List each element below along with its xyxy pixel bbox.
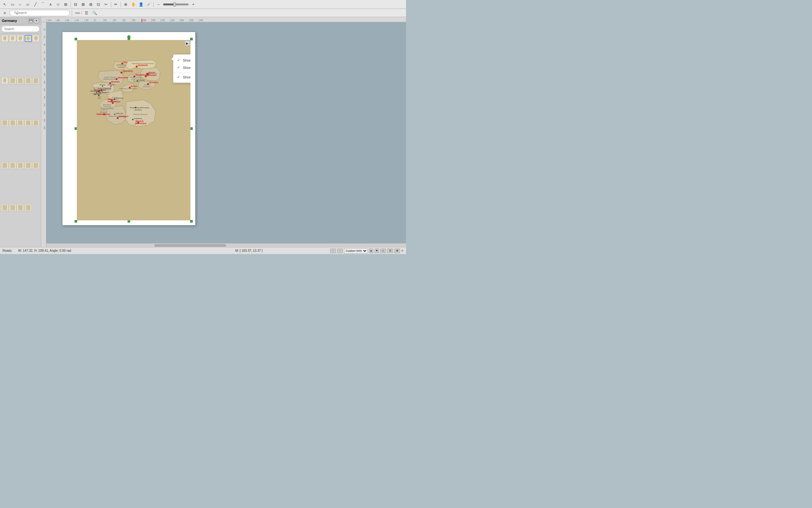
hamburger-menu[interactable]: ≡ bbox=[1, 9, 8, 16]
canvas-content: Schleswig- Holstein Mecklenburg-Vorpomme… bbox=[46, 22, 406, 247]
thumbnail-19[interactable] bbox=[25, 162, 32, 169]
node-tool[interactable]: ⊹ bbox=[55, 1, 61, 8]
page-next-btn[interactable]: › bbox=[337, 249, 343, 253]
thumbnail-11[interactable] bbox=[1, 119, 8, 126]
selection-handle-br[interactable] bbox=[190, 220, 193, 222]
thumbnail-10[interactable] bbox=[32, 77, 39, 84]
ellipse-tool[interactable]: ○ bbox=[16, 1, 24, 8]
thumbnail-20[interactable] bbox=[32, 162, 39, 169]
thumbnail-1[interactable] bbox=[1, 35, 8, 42]
search-box bbox=[0, 25, 41, 34]
secondary-toolbar: ≡ 🔍 mm ☰ 🔍 bbox=[0, 9, 406, 17]
group-tool[interactable]: ⊟ bbox=[72, 1, 79, 8]
polygon-tool[interactable]: ▱ bbox=[24, 1, 31, 8]
thumbnail-7[interactable] bbox=[9, 77, 16, 84]
thumbnail-4[interactable] bbox=[25, 35, 32, 42]
rotation-handle[interactable] bbox=[127, 35, 131, 38]
toolbar-separator-3 bbox=[121, 2, 121, 7]
user-tool[interactable]: 👤 bbox=[137, 1, 144, 8]
svg-text:Kiel: Kiel bbox=[124, 61, 128, 64]
svg-point-45 bbox=[147, 83, 149, 85]
selection-handle-bl[interactable] bbox=[75, 220, 77, 222]
search-btn[interactable]: 🔍 bbox=[91, 9, 98, 16]
ruler-mark: 20 bbox=[103, 19, 113, 22]
thumbnail-23[interactable] bbox=[17, 204, 24, 211]
selection-handle-tr[interactable] bbox=[190, 38, 193, 40]
thumbnail-3[interactable] bbox=[17, 35, 24, 42]
table-tool[interactable]: ⊞ bbox=[87, 1, 94, 8]
menu-item-show-names[interactable]: ✓ Show names of federal states bbox=[173, 64, 190, 71]
zoom-out-button[interactable]: − bbox=[155, 1, 162, 8]
svg-text:Nürnberg: Nürnberg bbox=[134, 109, 141, 111]
arc-tool[interactable]: ⌒ bbox=[39, 1, 46, 8]
thumbnail-8[interactable] bbox=[17, 77, 24, 84]
view-full-btn[interactable]: ⊞ bbox=[394, 249, 400, 253]
frame-tool[interactable]: ⊠ bbox=[80, 1, 87, 8]
zoom-stepper-down[interactable]: ▼ bbox=[374, 249, 379, 253]
panel-save-btn[interactable]: 💾 bbox=[28, 18, 33, 23]
trim-tool[interactable]: ✂ bbox=[102, 1, 109, 8]
thumbnail-15[interactable] bbox=[32, 119, 39, 126]
select-area-tool[interactable]: ⊡ bbox=[95, 1, 102, 8]
thumbnail-18[interactable] bbox=[17, 162, 24, 169]
thumbnail-5[interactable] bbox=[32, 35, 39, 42]
svg-text:Dresden: Dresden bbox=[149, 81, 159, 84]
thumbnail-6[interactable] bbox=[1, 77, 8, 84]
zoom-stepper-up[interactable]: ▲ bbox=[369, 249, 373, 253]
ruler-mark: 260 bbox=[180, 19, 189, 22]
zoom-slider-handle[interactable] bbox=[173, 2, 176, 7]
pan-tool[interactable]: ✋ bbox=[130, 1, 137, 8]
h-scrollbar[interactable] bbox=[46, 243, 406, 247]
svg-text:Holstein: Holstein bbox=[118, 66, 125, 68]
thumbnail-14[interactable] bbox=[25, 119, 32, 126]
map-options-btn[interactable]: ▶ bbox=[185, 41, 190, 46]
thumbnail-16[interactable] bbox=[1, 162, 8, 169]
view-normal-btn[interactable]: ▭ bbox=[380, 249, 386, 253]
ruler-mark: 180 bbox=[142, 19, 151, 22]
thumbnail-13[interactable] bbox=[17, 119, 24, 126]
line-tool[interactable]: ╱ bbox=[32, 1, 39, 8]
menu-item-show-capitals[interactable]: ✓ Show capitals and major cities bbox=[173, 73, 190, 81]
h-scrollbar-thumb[interactable] bbox=[154, 244, 226, 247]
view-list-btn[interactable]: ☰ bbox=[83, 9, 90, 16]
thumbnail-22[interactable] bbox=[9, 204, 16, 211]
search-input[interactable] bbox=[9, 10, 70, 16]
canvas-scroll[interactable]: Schleswig- Holstein Mecklenburg-Vorpomme… bbox=[41, 22, 406, 247]
panel-actions: 💾 ✕ bbox=[28, 18, 39, 23]
svg-text:Stuttgart: Stuttgart bbox=[119, 115, 128, 118]
transform-tool[interactable]: ⊞ bbox=[62, 1, 69, 8]
zoom-in-button[interactable]: + bbox=[190, 1, 197, 8]
pen-tool[interactable]: ✏ bbox=[112, 1, 119, 8]
svg-text:(Niedersachsen): (Niedersachsen) bbox=[103, 78, 117, 80]
svg-point-71 bbox=[114, 98, 115, 100]
thumbnail-2[interactable] bbox=[9, 35, 16, 42]
page-prev-btn[interactable]: ‹ bbox=[330, 249, 336, 253]
thumbnail-12[interactable] bbox=[9, 119, 16, 126]
selection-handle-bm[interactable] bbox=[128, 220, 130, 222]
svg-text:Magdeburg: Magdeburg bbox=[136, 74, 148, 76]
svg-text:Thuringia (Thüringen): Thuringia (Thüringen) bbox=[119, 88, 137, 89]
svg-text:Leipzig: Leipzig bbox=[139, 79, 145, 81]
panel-search-input[interactable] bbox=[1, 26, 40, 32]
thumbnail-24[interactable] bbox=[25, 204, 32, 211]
panel-close-btn[interactable]: ✕ bbox=[34, 18, 39, 23]
svg-text:Bielefeld: Bielefeld bbox=[107, 84, 114, 86]
zoom-select[interactable]: Custom 54% 25% 50% 75% 100% bbox=[344, 248, 368, 253]
svg-point-35 bbox=[116, 78, 118, 80]
selection-handle-mr[interactable] bbox=[190, 127, 193, 130]
rectangle-tool[interactable]: ▭ bbox=[9, 1, 16, 8]
thumbnail-21[interactable] bbox=[1, 204, 8, 211]
svg-text:Karlsruhe: Karlsruhe bbox=[116, 113, 123, 114]
cursor-tool[interactable]: ↖ bbox=[1, 1, 8, 8]
status-coordinates: M: [ 183.37, 13.37 ] bbox=[174, 249, 324, 252]
view-fit-btn[interactable]: ⊡ bbox=[387, 249, 393, 253]
zoom-in-btn[interactable]: ⊕ bbox=[122, 1, 129, 8]
ruler-mark: 280 bbox=[189, 19, 199, 22]
svg-text:Essen: Essen bbox=[98, 88, 102, 89]
polyline-tool[interactable]: ∧ bbox=[47, 1, 54, 8]
menu-item-show-federal-states[interactable]: ✓ Show federal states bbox=[173, 56, 190, 64]
eyedropper-tool[interactable]: 💉 bbox=[145, 1, 152, 8]
thumbnail-grid bbox=[0, 34, 41, 247]
thumbnail-9[interactable] bbox=[25, 77, 32, 84]
thumbnail-17[interactable] bbox=[9, 162, 16, 169]
